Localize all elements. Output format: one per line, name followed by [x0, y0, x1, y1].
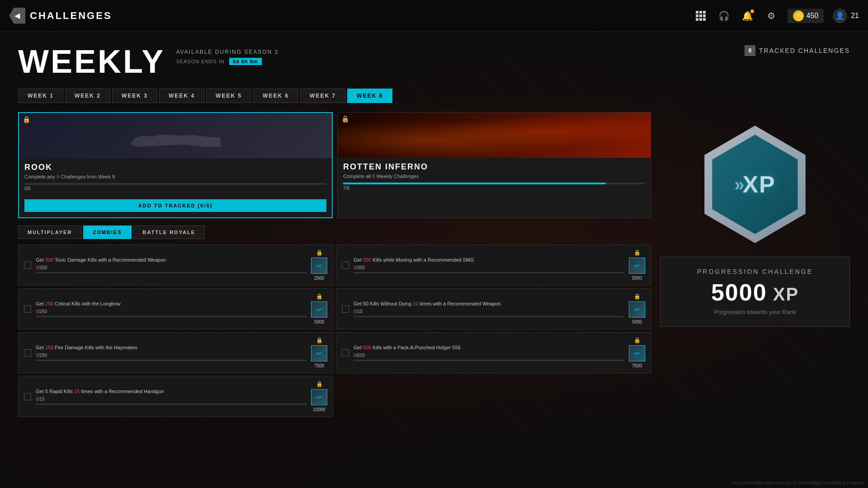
challenge-right-5: 🔒 XP 7500: [311, 337, 327, 368]
xp-value-7: 10000: [313, 407, 326, 412]
progression-box: PROGRESSION CHALLENGE 5000 XP Progressio…: [660, 257, 850, 327]
xp-badge-7: XP: [311, 389, 327, 405]
tab-week3[interactable]: WEEK 3: [112, 89, 157, 103]
tab-battle-royale[interactable]: BATTLE ROYALE: [133, 225, 205, 239]
challenge-text-4: Get 50 Kills Without Dying 10 times with…: [354, 300, 624, 317]
challenge-desc-2: Get 350 Kills while Moving with a Recomm…: [354, 257, 624, 263]
reward-card-rook-image: 🔒: [19, 113, 332, 158]
reward-card-rook[interactable]: 🔒 ROOK Complete any 5 Challenges from We…: [18, 112, 333, 218]
challenge-item-7: Get 5 Rapid Kills 15 times with a Recomm…: [18, 376, 333, 417]
challenge-progress-4: 0/10: [354, 309, 624, 314]
challenge-checkbox-2[interactable]: [342, 262, 349, 269]
reward-card-inferno[interactable]: 🔒 ROTTEN INFERNO Complete all 8 Weekly C…: [337, 112, 651, 218]
challenge-item-4: Get 50 Kills Without Dying 10 times with…: [336, 288, 651, 329]
grid-icon[interactable]: [693, 9, 708, 23]
challenge-checkbox-7[interactable]: [24, 393, 31, 400]
lock-icon: 🔒: [23, 116, 30, 123]
tab-week8[interactable]: WEEK 8: [347, 89, 392, 103]
challenge-desc-1: Get 300 Toxic Damage Kills with a Recomm…: [36, 257, 307, 263]
xp-emblem-text: XP: [742, 171, 775, 198]
challenge-bar-2: [354, 272, 624, 273]
challenge-bar-3: [36, 316, 307, 317]
notification-dot: [750, 9, 754, 13]
challenge-right-6: 🔒 XP 7500: [629, 337, 645, 368]
season-ends: SEASON ENDS IN 6d 6h 0m: [176, 58, 278, 65]
currency-icon: 🪙: [793, 10, 804, 21]
tab-week1[interactable]: WEEK 1: [18, 89, 63, 103]
progression-sub: Progression towards your Rank: [674, 309, 836, 315]
tracked-challenges-button[interactable]: 8 TRACKED CHALLENGES: [745, 45, 850, 56]
challenge-progress-3: 0/250: [36, 309, 307, 314]
weapon-silhouette: [130, 131, 221, 154]
challenge-checkbox-6[interactable]: [342, 349, 349, 357]
challenge-progress-5: 0/250: [36, 353, 307, 358]
xp-badge-2: XP: [629, 258, 645, 274]
inferno-progress-fill: [343, 183, 606, 184]
xp-value-3: 5000: [314, 319, 324, 324]
headset-icon[interactable]: 🎧: [717, 9, 731, 23]
challenge-right-1: 🔒 XP 2500: [311, 249, 327, 281]
back-button[interactable]: ◀ CHALLENGES: [9, 8, 112, 24]
tracked-label: TRACKED CHALLENGES: [759, 47, 850, 54]
player-icon: 👤: [833, 9, 847, 23]
top-bar-right: 🎧 🔔 ⚙ 🪙 450 👤 21: [693, 9, 859, 23]
inferno-progress-bar: [343, 183, 645, 184]
body-layout: 🔒 ROOK Complete any 5 Challenges from We…: [18, 112, 850, 474]
notification-icon[interactable]: 🔔: [741, 9, 755, 23]
challenge-item-1: Get 300 Toxic Damage Kills with a Recomm…: [18, 244, 333, 286]
main-content: WEEKLY AVAILABLE DURING SEASON 2 SEASON …: [0, 32, 868, 488]
season-timer: 6d 6h 0m: [229, 58, 262, 65]
challenge-bar-6: [354, 360, 624, 361]
tab-week2[interactable]: WEEK 2: [65, 89, 110, 103]
challenge-progress-7: 0/15: [36, 397, 307, 402]
reward-rook-name: ROOK: [24, 163, 326, 172]
challenge-progress-6: 0/500: [354, 353, 624, 358]
reward-rook-desc: Complete any 5 Challenges from Week 8: [24, 174, 326, 179]
challenge-desc-4: Get 50 Kills Without Dying 10 times with…: [354, 300, 624, 307]
challenge-checkbox-3[interactable]: [24, 305, 31, 313]
xp-badge-1: XP: [311, 258, 327, 274]
challenge-text-1: Get 300 Toxic Damage Kills with a Recomm…: [36, 257, 307, 273]
challenge-item-6: Get 500 Kills with a Pack-A-Punched Holg…: [336, 332, 651, 373]
nav-title: CHALLENGES: [30, 10, 112, 22]
reward-cards: 🔒 ROOK Complete any 5 Challenges from We…: [18, 112, 651, 218]
challenge-checkbox-5[interactable]: [24, 349, 31, 357]
challenge-text-3: Get 250 Critical Kills with the Longbow …: [36, 300, 307, 317]
tab-week4[interactable]: WEEK 4: [159, 89, 204, 103]
tab-multiplayer[interactable]: MULTIPLAYER: [18, 225, 81, 239]
challenge-desc-6: Get 500 Kills with a Pack-A-Punched Holg…: [354, 344, 624, 351]
currency-amount: 450: [807, 12, 819, 20]
challenge-bar-7: [36, 404, 307, 405]
hexagon-inner: » XP: [705, 135, 805, 234]
challenge-lock-2: 🔒: [634, 249, 641, 256]
currency-box[interactable]: 🪙 450: [788, 9, 824, 23]
tab-week6[interactable]: WEEK 6: [253, 89, 298, 103]
category-tabs: MULTIPLAYER ZOMBIES BATTLE ROYALE: [18, 225, 651, 239]
tab-week5[interactable]: WEEK 5: [206, 89, 251, 103]
reward-card-inferno-body: ROTTEN INFERNO Complete all 8 Weekly Cha…: [338, 158, 651, 195]
reward-card-inferno-image: 🔒: [338, 113, 651, 158]
challenge-progress-2: 0/350: [354, 265, 624, 270]
challenge-checkbox-4[interactable]: [342, 305, 349, 313]
challenge-text-2: Get 350 Kills while Moving with a Recomm…: [354, 257, 624, 273]
available-text: AVAILABLE DURING SEASON 2: [176, 49, 278, 55]
challenge-checkbox-1[interactable]: [24, 262, 31, 269]
rook-progress-text: 0/5: [24, 186, 326, 191]
challenge-right-3: 🔒 XP 5000: [311, 293, 327, 324]
challenge-item-3: Get 250 Critical Kills with the Longbow …: [18, 288, 333, 329]
right-panel: » XP PROGRESSION CHALLENGE 5000 XP Progr…: [660, 112, 850, 474]
settings-icon[interactable]: ⚙: [764, 9, 778, 23]
tab-zombies[interactable]: ZOMBIES: [83, 225, 131, 239]
challenge-item-2: Get 350 Kills while Moving with a Recomm…: [336, 244, 651, 286]
rook-progress-bar: [24, 183, 326, 185]
tracked-count: 8: [745, 45, 755, 56]
top-bar: ◀ CHALLENGES 🎧 🔔 ⚙ 🪙 450 👤 21: [0, 0, 868, 32]
add-to-tracked-button[interactable]: ADD TO TRACKED [0/5]: [24, 199, 326, 212]
challenge-bar-5: [36, 360, 307, 361]
challenge-desc-7: Get 5 Rapid Kills 15 times with a Recomm…: [36, 388, 307, 395]
challenge-lock-1: 🔒: [316, 249, 323, 256]
inferno-pattern: [338, 113, 651, 158]
tab-week7[interactable]: WEEK 7: [300, 89, 345, 103]
challenge-desc-5: Get 250 Fire Damage Kills with the Hayma…: [36, 344, 307, 351]
season-ends-label: SEASON ENDS IN: [176, 59, 225, 64]
